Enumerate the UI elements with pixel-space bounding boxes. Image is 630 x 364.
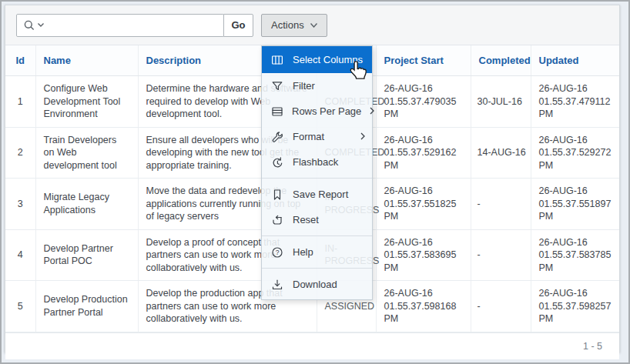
actions-button[interactable]: Actions bbox=[261, 14, 327, 37]
submenu-chevron-icon bbox=[370, 105, 374, 117]
download-icon bbox=[271, 278, 284, 291]
cell-updated: 26-AUG-16 01.55.37.598257 PM bbox=[531, 281, 619, 332]
report-footer: 1 - 5 bbox=[5, 332, 619, 359]
save-report-bookmark-icon bbox=[271, 188, 284, 201]
cell-project-start: 26-AUG-16 01.55.37.598168 PM bbox=[376, 281, 471, 332]
actions-menu: Select Columns Filter Rows Per Page bbox=[261, 45, 373, 300]
pagination-range: 1 - 5 bbox=[583, 341, 602, 352]
help-icon: ? bbox=[271, 245, 284, 259]
app-window: Go Actions Id Name Description Pro bbox=[0, 0, 630, 364]
cell-name: Develop Production Partner Portal bbox=[35, 281, 138, 332]
go-button[interactable]: Go bbox=[223, 14, 253, 37]
chevron-down-icon bbox=[310, 23, 317, 28]
rows-per-page-icon bbox=[271, 105, 283, 118]
format-wrench-icon bbox=[271, 130, 284, 143]
cell-project-start: 26-AUG-16 01.55.37.529162 PM bbox=[376, 127, 471, 179]
svg-text:?: ? bbox=[276, 249, 280, 256]
menu-item-download[interactable]: Download bbox=[262, 272, 372, 297]
cell-id: 2 bbox=[5, 127, 35, 179]
cell-completed: - bbox=[471, 179, 531, 230]
column-header-id[interactable]: Id bbox=[5, 45, 35, 76]
menu-item-format[interactable]: Format bbox=[262, 124, 372, 149]
cell-id: 1 bbox=[5, 76, 35, 128]
cell-updated: 26-AUG-16 01.55.37.479112 PM bbox=[531, 76, 619, 128]
menu-item-help[interactable]: ? Help bbox=[262, 239, 372, 265]
cell-project-start: 26-AUG-16 01.55.37.551825 PM bbox=[376, 179, 471, 230]
cell-updated: 26-AUG-16 01.55.37.583785 PM bbox=[531, 229, 619, 281]
search-input[interactable] bbox=[49, 15, 223, 36]
menu-item-label: Save Report bbox=[293, 189, 365, 200]
flashback-clock-icon bbox=[271, 155, 284, 169]
cell-id: 4 bbox=[5, 229, 35, 281]
menu-item-reset[interactable]: Reset bbox=[262, 207, 372, 232]
column-header-name[interactable]: Name bbox=[35, 45, 138, 76]
menu-item-label: Rows Per Page bbox=[292, 105, 361, 117]
cell-id: 3 bbox=[5, 179, 35, 230]
cell-completed: 30-JUL-16 bbox=[471, 76, 531, 128]
menu-item-label: Format bbox=[293, 131, 352, 142]
cell-updated: 26-AUG-16 01.55.37.529272 PM bbox=[531, 127, 619, 179]
mouse-cursor-icon bbox=[348, 60, 369, 82]
menu-item-label: Download bbox=[293, 279, 365, 290]
cell-id: 5 bbox=[5, 281, 35, 332]
cell-completed: - bbox=[471, 281, 531, 332]
cell-name: Train Developers on Web development tool bbox=[35, 127, 138, 179]
search-icon bbox=[23, 19, 35, 32]
column-header-completed[interactable]: Completed bbox=[471, 45, 531, 76]
cell-updated: 26-AUG-16 01.55.37.551897 PM bbox=[531, 179, 619, 230]
cell-project-start: 26-AUG-16 01.55.37.479035 PM bbox=[376, 76, 471, 128]
column-header-project-start[interactable]: Project Start bbox=[376, 45, 471, 76]
column-header-updated[interactable]: Updated bbox=[531, 45, 619, 76]
menu-separator bbox=[262, 268, 372, 269]
reset-icon bbox=[271, 213, 284, 226]
filter-icon bbox=[271, 79, 284, 92]
cell-name: Configure Web Development Tool Environme… bbox=[35, 76, 138, 128]
submenu-chevron-icon bbox=[360, 131, 365, 142]
cell-completed: - bbox=[471, 229, 531, 281]
menu-item-label: Help bbox=[293, 246, 365, 258]
menu-separator bbox=[262, 178, 372, 179]
columns-icon bbox=[271, 53, 284, 66]
chevron-down-icon bbox=[38, 23, 44, 27]
menu-item-rows-per-page[interactable]: Rows Per Page bbox=[262, 99, 372, 124]
search-toolbar: Go Actions bbox=[5, 5, 619, 45]
cell-name: Develop Partner Portal POC bbox=[35, 229, 138, 281]
cell-completed: 14-AUG-16 bbox=[471, 127, 531, 179]
menu-item-label: Flashback bbox=[293, 156, 365, 168]
cell-project-start: 26-AUG-16 01.55.37.583695 PM bbox=[376, 229, 471, 281]
cell-name: Migrate Legacy Applications bbox=[35, 179, 138, 230]
menu-item-label: Reset bbox=[293, 214, 365, 225]
search-group bbox=[16, 14, 224, 37]
actions-button-label: Actions bbox=[271, 19, 304, 31]
menu-item-save-report[interactable]: Save Report bbox=[262, 182, 372, 207]
menu-item-flashback[interactable]: Flashback bbox=[262, 149, 372, 175]
search-options-button[interactable] bbox=[17, 15, 49, 36]
menu-separator bbox=[262, 235, 372, 236]
